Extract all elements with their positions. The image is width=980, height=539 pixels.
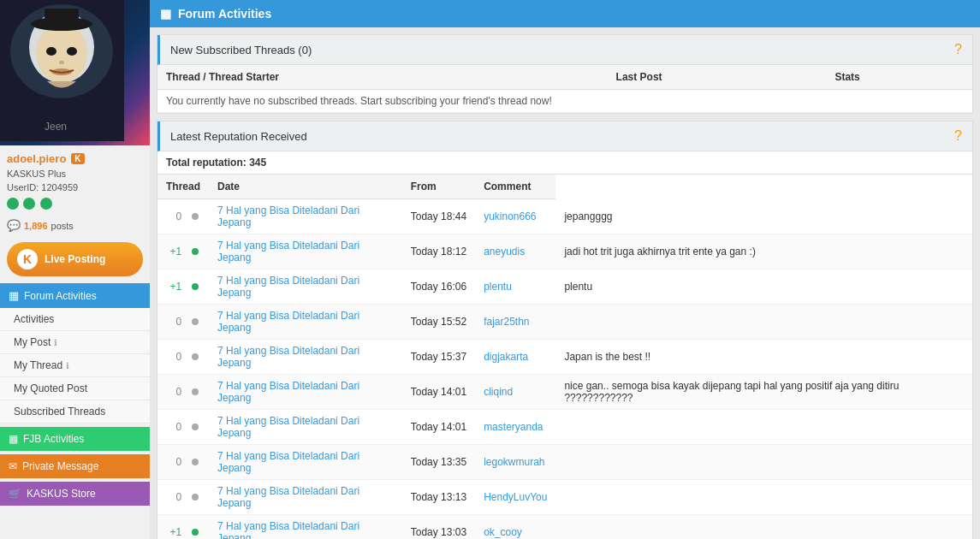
rep-value: 0 xyxy=(157,480,190,515)
reputation-row: 07 Hal yang Bisa Diteladani Dari JepangT… xyxy=(157,480,972,515)
total-rep-value: 345 xyxy=(249,157,266,169)
forum-activities-label: Forum Activities xyxy=(24,290,97,302)
reputation-table: Thread Date From Comment 07 Hal yang Bis… xyxy=(157,175,972,539)
rep-comment xyxy=(555,445,972,480)
rep-from[interactable]: aneyudis xyxy=(475,234,555,270)
my-quoted-post-label: My Quoted Post xyxy=(14,382,87,394)
dot3 xyxy=(40,198,52,210)
live-posting-button[interactable]: K Live Posting xyxy=(7,242,143,276)
reputation-card: Latest Reputation Received ? Total reput… xyxy=(157,121,973,539)
my-quoted-post-item[interactable]: My Quoted Post xyxy=(0,377,150,400)
rep-dot xyxy=(190,270,209,305)
rep-from[interactable]: masteryanda xyxy=(475,410,555,445)
rep-date: Today 13:03 xyxy=(402,515,475,540)
posts-row: 💬 1,896 posts xyxy=(0,216,150,235)
reputation-header: Latest Reputation Received ? xyxy=(157,121,972,151)
rep-comment xyxy=(555,515,972,540)
rep-dot xyxy=(190,445,209,480)
kaskus-store-nav[interactable]: 🛒 KASKUS Store xyxy=(0,482,150,506)
private-message-nav[interactable]: ✉ Private Message xyxy=(0,454,150,478)
user-type: KASKUS Plus xyxy=(0,167,150,181)
rep-value: 0 xyxy=(157,199,190,234)
rep-thread[interactable]: 7 Hal yang Bisa Diteladani Dari Jepang xyxy=(209,234,402,270)
pm-label: Private Message xyxy=(22,460,98,472)
svg-point-9 xyxy=(51,68,72,75)
rep-value: 0 xyxy=(157,305,190,340)
rep-comment: nice gan.. semoga bisa kayak dijepang ta… xyxy=(555,375,972,410)
rep-value: 0 xyxy=(157,375,190,410)
rep-from[interactable]: yukinon666 xyxy=(475,199,555,234)
rep-thread[interactable]: 7 Hal yang Bisa Diteladani Dari Jepang xyxy=(209,410,402,445)
col-stats: Stats xyxy=(826,65,972,90)
subscribed-threads-item[interactable]: Subscribed Threads xyxy=(0,400,150,424)
fjb-activities-nav[interactable]: ▦ FJB Activities xyxy=(0,427,150,451)
chat-icon: 💬 xyxy=(7,219,21,232)
col-thread-starter: Thread / Thread Starter xyxy=(157,65,608,90)
forum-activities-nav[interactable]: ▦ Forum Activities xyxy=(0,283,150,308)
rep-value: +1 xyxy=(157,234,190,270)
fjb-icon: ▦ xyxy=(9,433,18,445)
reputation-table-container: Thread Date From Comment 07 Hal yang Bis… xyxy=(157,175,972,539)
rep-thread[interactable]: 7 Hal yang Bisa Diteladani Dari Jepang xyxy=(209,480,402,515)
subscribed-threads-header-row: Thread / Thread Starter Last Post Stats xyxy=(157,65,972,90)
reputation-help-icon[interactable]: ? xyxy=(954,128,962,144)
rep-value: 0 xyxy=(157,445,190,480)
rep-dot xyxy=(190,410,209,445)
svg-point-8 xyxy=(59,61,64,64)
subscribed-threads-title: New Subscribed Threads (0) xyxy=(170,44,312,56)
rep-date: Today 13:13 xyxy=(402,480,475,515)
forum-activities-icon: ▦ xyxy=(9,289,19,302)
page-title: Forum Activities xyxy=(178,7,271,21)
subscribed-threads-help-icon[interactable]: ? xyxy=(954,42,962,57)
rep-comment: Japan is the best !! xyxy=(555,340,972,375)
subscribed-threads-card: New Subscribed Threads (0) ? Thread / Th… xyxy=(157,34,973,114)
rep-from[interactable]: plentu xyxy=(475,270,555,305)
rep-dot xyxy=(190,305,209,340)
rep-from[interactable]: cliqind xyxy=(475,375,555,410)
rep-from[interactable]: fajar25thn xyxy=(475,305,555,340)
reputation-row: +17 Hal yang Bisa Diteladani Dari Jepang… xyxy=(157,270,972,305)
rep-thread[interactable]: 7 Hal yang Bisa Diteladani Dari Jepang xyxy=(209,515,402,540)
rep-value: +1 xyxy=(157,270,190,305)
rep-from[interactable]: ok_cooy xyxy=(475,515,555,540)
rep-dot xyxy=(190,199,209,234)
col-rep-from: From xyxy=(402,175,475,199)
activities-item[interactable]: Activities xyxy=(0,308,150,331)
rep-thread[interactable]: 7 Hal yang Bisa Diteladani Dari Jepang xyxy=(209,270,402,305)
posts-label: posts xyxy=(51,221,74,231)
total-reputation-row: Total reputation: 345 xyxy=(157,151,972,175)
activities-label: Activities xyxy=(14,313,54,325)
rep-thread[interactable]: 7 Hal yang Bisa Diteladani Dari Jepang xyxy=(209,305,402,340)
col-rep-thread: Thread xyxy=(157,175,209,199)
page-header: ▦ Forum Activities xyxy=(150,0,980,27)
my-post-label: My Post xyxy=(14,336,50,348)
rep-from[interactable]: digjakarta xyxy=(475,340,555,375)
subscribed-threads-header: New Subscribed Threads (0) ? xyxy=(157,35,972,65)
rep-thread[interactable]: 7 Hal yang Bisa Diteladani Dari Jepang xyxy=(209,445,402,480)
reputation-row: +17 Hal yang Bisa Diteladani Dari Jepang… xyxy=(157,234,972,270)
my-thread-label: My Thread xyxy=(14,359,62,371)
reputation-title: Latest Reputation Received xyxy=(170,130,307,143)
username[interactable]: adoel.piero xyxy=(7,152,66,165)
rep-comment xyxy=(555,410,972,445)
no-data-message: You currently have no subscribed threads… xyxy=(157,90,972,113)
rep-thread[interactable]: 7 Hal yang Bisa Diteladani Dari Jepang xyxy=(209,340,402,375)
user-dots xyxy=(0,194,150,216)
rep-thread[interactable]: 7 Hal yang Bisa Diteladani Dari Jepang xyxy=(209,375,402,410)
rep-from[interactable]: legokwmurah xyxy=(475,445,555,480)
rep-dot xyxy=(190,515,209,540)
my-post-item[interactable]: My Post ℹ xyxy=(0,331,150,354)
kaskus-badge: K xyxy=(71,153,84,164)
rep-date: Today 18:44 xyxy=(402,199,475,234)
reputation-row: +17 Hal yang Bisa Diteladani Dari Jepang… xyxy=(157,515,972,540)
svg-point-6 xyxy=(46,47,56,56)
live-posting-icon: K xyxy=(17,249,38,270)
rep-comment: jepangggg xyxy=(555,199,972,234)
my-thread-item[interactable]: My Thread ℹ xyxy=(0,354,150,377)
rep-date: Today 16:06 xyxy=(402,270,475,305)
rep-thread[interactable]: 7 Hal yang Bisa Diteladani Dari Jepang xyxy=(209,199,402,234)
rep-from[interactable]: HendyLuvYou xyxy=(475,480,555,515)
rep-dot xyxy=(190,480,209,515)
rep-date: Today 13:35 xyxy=(402,445,475,480)
rep-comment: plentu xyxy=(555,270,972,305)
